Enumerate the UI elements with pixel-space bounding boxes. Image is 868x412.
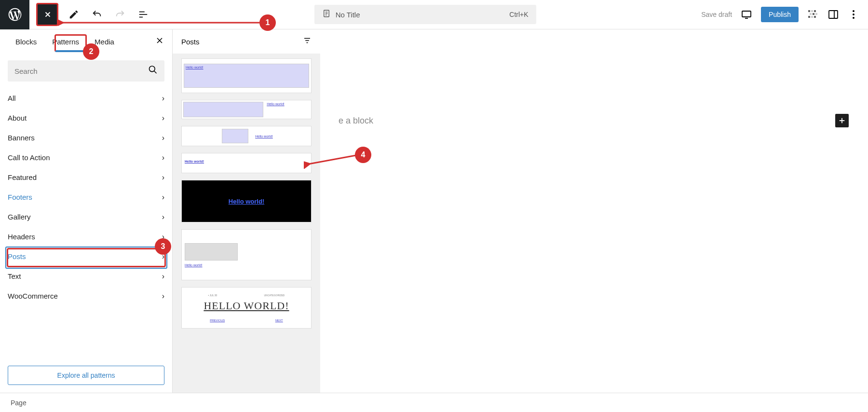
block-placeholder-text: e a block xyxy=(339,116,373,126)
pattern-thumb-text xyxy=(185,164,308,167)
save-draft-button[interactable]: Save draft xyxy=(701,11,732,18)
page-icon xyxy=(322,9,331,20)
svg-rect-15 xyxy=(813,13,814,15)
title-shortcut: Ctrl+K xyxy=(509,11,528,18)
pattern-preview[interactable]: Hello world! xyxy=(181,180,312,222)
pattern-thumb-title: Hello world! xyxy=(185,160,308,163)
chevron-right-icon: › xyxy=(162,114,164,123)
category-featured[interactable]: Featured› xyxy=(8,167,164,187)
category-label: Featured xyxy=(8,173,37,181)
chevron-right-icon: › xyxy=(162,153,164,162)
svg-rect-12 xyxy=(811,10,813,12)
chevron-right-icon: › xyxy=(162,193,164,202)
category-label: Posts xyxy=(8,252,26,261)
pattern-thumb-title: HELLO WORLD! xyxy=(185,300,308,312)
category-label: Gallery xyxy=(8,213,31,221)
category-banners[interactable]: Banners› xyxy=(8,128,164,148)
category-label: About xyxy=(8,114,27,122)
svg-rect-17 xyxy=(808,16,810,18)
toggle-inserter-button[interactable] xyxy=(37,4,58,25)
wordpress-logo[interactable] xyxy=(0,0,29,29)
category-about[interactable]: About› xyxy=(8,108,164,128)
pattern-next-link: NEXT xyxy=(275,319,283,322)
category-label: Footers xyxy=(8,193,32,201)
category-call-to-action[interactable]: Call to Action› xyxy=(8,148,164,167)
svg-point-23 xyxy=(853,14,854,15)
category-label: All xyxy=(8,94,16,102)
svg-point-27 xyxy=(149,66,155,72)
chevron-right-icon: › xyxy=(162,173,164,182)
pattern-prev-link: PREVIOUS xyxy=(210,319,225,322)
publish-button[interactable]: Publish xyxy=(761,7,799,22)
svg-rect-9 xyxy=(742,11,751,17)
svg-rect-2 xyxy=(139,12,145,13)
svg-rect-18 xyxy=(811,16,813,18)
pattern-preview[interactable]: Hello world! xyxy=(181,126,312,146)
document-title: No Title xyxy=(336,11,510,19)
options-menu-icon[interactable] xyxy=(848,9,859,20)
category-woocommerce[interactable]: WooCommerce› xyxy=(8,286,164,306)
pattern-preview[interactable]: Hello world! xyxy=(181,153,312,173)
document-title-bar[interactable]: No Title Ctrl+K xyxy=(314,5,536,24)
chevron-right-icon: › xyxy=(162,134,164,142)
category-gallery[interactable]: Gallery› xyxy=(8,207,164,227)
chevron-right-icon: › xyxy=(162,94,164,103)
chevron-right-icon: › xyxy=(162,233,164,241)
document-overview-icon[interactable] xyxy=(137,9,149,20)
tab-patterns[interactable]: Patterns xyxy=(44,29,87,54)
category-posts[interactable]: Posts› xyxy=(8,247,164,266)
svg-rect-16 xyxy=(815,13,817,15)
svg-rect-20 xyxy=(829,11,838,18)
pattern-thumb-title: Hello world! xyxy=(229,198,264,205)
redo-icon[interactable] xyxy=(114,9,126,20)
search-input[interactable] xyxy=(8,60,164,82)
plugin-icon[interactable] xyxy=(807,9,819,20)
category-all[interactable]: All› xyxy=(8,88,164,108)
svg-rect-19 xyxy=(814,16,816,18)
tab-media[interactable]: Media xyxy=(87,29,122,54)
chevron-right-icon: › xyxy=(162,272,164,281)
pattern-preview[interactable]: Hello world! xyxy=(181,100,312,119)
pattern-thumb-title: Hello world! xyxy=(184,64,309,70)
svg-line-28 xyxy=(154,71,157,73)
category-label: Text xyxy=(8,272,21,280)
category-headers[interactable]: Headers› xyxy=(8,227,164,247)
svg-rect-3 xyxy=(139,14,148,15)
settings-sidebar-toggle-icon[interactable] xyxy=(827,9,839,20)
pattern-preview[interactable]: Hello world! xyxy=(181,229,312,280)
add-block-button[interactable] xyxy=(835,114,849,127)
breadcrumb-item[interactable]: Page xyxy=(11,399,27,407)
patterns-preview-column: Posts Hello world! Hello world! Hello wo… xyxy=(173,29,320,393)
category-text[interactable]: Text› xyxy=(8,266,164,286)
category-label: Headers xyxy=(8,233,35,241)
svg-rect-4 xyxy=(139,17,143,18)
svg-rect-11 xyxy=(808,10,810,12)
chevron-right-icon: › xyxy=(162,252,164,261)
pattern-thumb-title: Hello world! xyxy=(255,135,273,138)
pattern-thumb-title: Hello world! xyxy=(185,263,308,267)
tab-blocks[interactable]: Blocks xyxy=(8,29,44,54)
pattern-thumb-text xyxy=(267,107,309,110)
chevron-right-icon: › xyxy=(162,292,164,301)
svg-point-24 xyxy=(853,17,854,19)
svg-rect-14 xyxy=(810,13,812,15)
editor-canvas[interactable]: e a block xyxy=(320,29,868,393)
search-icon xyxy=(148,65,158,77)
edit-tool-icon[interactable] xyxy=(68,9,80,20)
explore-all-patterns-button[interactable]: Explore all patterns xyxy=(8,366,164,385)
pattern-preview[interactable]: • JUL 30UNCATEGORIZED HELLO WORLD! PREVI… xyxy=(181,287,312,329)
undo-icon[interactable] xyxy=(91,9,103,20)
filter-icon[interactable] xyxy=(303,36,312,47)
category-label: WooCommerce xyxy=(8,292,58,300)
category-label: Banners xyxy=(8,134,35,142)
close-inserter-icon[interactable] xyxy=(155,36,164,48)
breadcrumb-bar: Page xyxy=(0,393,868,412)
svg-point-22 xyxy=(853,10,854,12)
patterns-category-title: Posts xyxy=(181,38,200,46)
chevron-right-icon: › xyxy=(162,213,164,221)
block-inserter-panel: Blocks Patterns Media All› About› Banner… xyxy=(0,29,173,393)
pattern-thumb-meta: UNCATEGORIZED xyxy=(264,294,285,297)
category-footers[interactable]: Footers› xyxy=(8,187,164,207)
view-icon[interactable] xyxy=(741,9,752,20)
pattern-preview[interactable]: Hello world! xyxy=(181,58,312,93)
